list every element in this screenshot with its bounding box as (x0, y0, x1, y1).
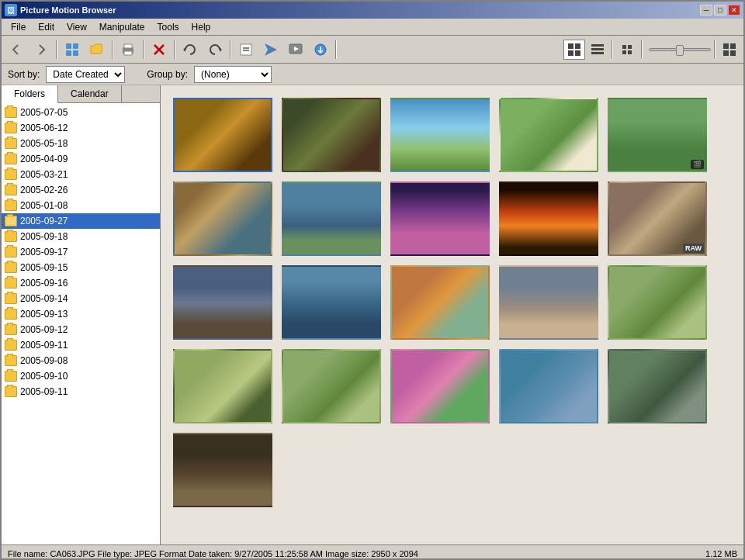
folder-item[interactable]: 2005-09-18 (2, 229, 160, 244)
folder-icon (5, 309, 17, 320)
folder-name: 2005-09-11 (20, 386, 68, 397)
folder-icon (5, 355, 17, 366)
photo-thumb[interactable] (390, 349, 490, 423)
menu-help[interactable]: Help (185, 20, 217, 34)
folder-name: 2005-05-18 (20, 138, 68, 149)
folder-list-container[interactable]: 2005-07-05 2005-06-12 2005-05-18 2005-04… (2, 103, 160, 544)
folder-item[interactable]: 2005-05-18 (2, 136, 160, 151)
folder-icon (5, 278, 17, 289)
maximize-button[interactable]: □ (714, 5, 726, 16)
photo-thumb[interactable] (390, 265, 490, 340)
menu-tools[interactable]: Tools (151, 20, 185, 34)
photo-thumb[interactable] (499, 181, 598, 256)
photo-thumb[interactable] (499, 98, 598, 172)
rotate-right-button[interactable] (203, 39, 227, 60)
folder-item[interactable]: 2005-07-05 (2, 105, 160, 120)
folder-item[interactable]: 2005-09-14 (2, 291, 160, 306)
folder-item[interactable]: 2005-09-17 (2, 244, 160, 260)
photo-thumb[interactable] (608, 265, 707, 340)
folder-icon (5, 123, 17, 133)
import-button[interactable] (309, 39, 332, 60)
folder-item[interactable]: 2005-09-10 (2, 368, 160, 384)
tab-folders[interactable]: Folders (2, 85, 58, 103)
view-mode-buttons (563, 40, 740, 60)
separator-v2 (641, 40, 643, 58)
larger-view-button[interactable] (719, 40, 740, 60)
slider-thumb[interactable] (676, 45, 684, 56)
separator-3 (143, 40, 144, 59)
svg-rect-30 (730, 43, 736, 49)
separator-2 (112, 40, 113, 59)
menu-file[interactable]: File (5, 20, 32, 34)
panel-tabs: Folders Calendar (2, 85, 160, 103)
svg-rect-26 (628, 45, 632, 49)
photo-thumb[interactable] (390, 181, 490, 256)
photo-thumb[interactable]: RAW (608, 181, 707, 256)
svg-rect-6 (124, 51, 132, 55)
rotate-left-button[interactable] (178, 39, 202, 60)
grid-view-button[interactable] (563, 40, 585, 60)
photo-thumb[interactable] (608, 349, 707, 423)
folder-item[interactable]: 2005-01-08 (2, 198, 160, 213)
photo-thumb[interactable] (173, 98, 272, 172)
folder-name: 2005-09-18 (20, 231, 68, 242)
photo-thumb[interactable] (282, 98, 381, 172)
photo-thumb[interactable] (173, 181, 272, 256)
svg-rect-24 (591, 52, 604, 54)
photo-thumb[interactable] (282, 265, 381, 340)
svg-rect-18 (568, 43, 573, 49)
folder-item[interactable]: 2005-09-12 (2, 322, 160, 337)
print-button[interactable] (116, 39, 140, 60)
zoom-slider[interactable] (649, 40, 711, 60)
folder-item-selected[interactable]: 2005-09-27 (2, 213, 160, 229)
close-button[interactable]: ✕ (728, 5, 740, 16)
status-text: File name: CA063.JPG File type: JPEG For… (8, 549, 705, 558)
folder-icon (5, 247, 17, 258)
folder-item[interactable]: 2005-09-11 (2, 384, 160, 399)
folder-item[interactable]: 2005-09-13 (2, 306, 160, 322)
folder-icon (5, 231, 17, 242)
group-dropdown[interactable]: (None) Date Type (194, 66, 272, 83)
photo-thumb[interactable] (499, 349, 598, 423)
folder-item[interactable]: 2005-09-11 (2, 337, 160, 353)
photo-thumb[interactable] (173, 349, 272, 423)
folder-item[interactable]: 2005-09-16 (2, 275, 160, 291)
status-size: 1.12 MB (705, 549, 737, 558)
send-button[interactable] (259, 39, 282, 60)
folder-item[interactable]: 2005-09-15 (2, 260, 160, 275)
folder-item[interactable]: 2005-02-26 (2, 182, 160, 198)
photo-thumb[interactable]: 🎬 (608, 98, 707, 172)
forward-button[interactable] (29, 39, 53, 60)
folder-item[interactable]: 2005-04-09 (2, 151, 160, 167)
back-button[interactable] (5, 39, 28, 60)
photo-thumb[interactable] (173, 265, 272, 340)
browse-button[interactable] (61, 39, 84, 60)
folder-item[interactable]: 2005-09-08 (2, 353, 160, 368)
menu-edit[interactable]: Edit (32, 20, 61, 34)
folder-name: 2005-07-05 (20, 107, 68, 118)
svg-rect-22 (591, 44, 604, 47)
delete-button[interactable] (147, 39, 171, 60)
list-view-button[interactable] (587, 40, 608, 60)
folder-button[interactable] (85, 39, 109, 60)
sort-dropdown[interactable]: Date Created Name Size Type (46, 66, 125, 83)
minimize-button[interactable]: ─ (700, 5, 712, 16)
tab-calendar[interactable]: Calendar (58, 85, 122, 102)
menu-view[interactable]: View (61, 20, 93, 34)
menu-manipulate[interactable]: Manipulate (93, 20, 151, 34)
edit-button[interactable] (234, 39, 258, 60)
menu-bar: File Edit View Manipulate Tools Help (2, 19, 743, 36)
photo-thumb[interactable] (390, 98, 490, 172)
smaller-view-button[interactable] (616, 40, 638, 60)
photo-grid-panel[interactable]: 🎬 RAW (161, 85, 743, 544)
photo-thumb[interactable] (282, 349, 381, 423)
photo-thumb[interactable] (173, 433, 272, 507)
photo-badge-raw: RAW (683, 244, 704, 253)
photo-thumb[interactable] (282, 181, 381, 256)
folder-item[interactable]: 2005-03-21 (2, 167, 160, 182)
slideshow-button[interactable] (284, 39, 307, 60)
photo-thumb[interactable] (499, 265, 598, 340)
folder-icon (5, 154, 17, 164)
slider-track[interactable] (649, 48, 711, 51)
folder-item[interactable]: 2005-06-12 (2, 120, 160, 136)
